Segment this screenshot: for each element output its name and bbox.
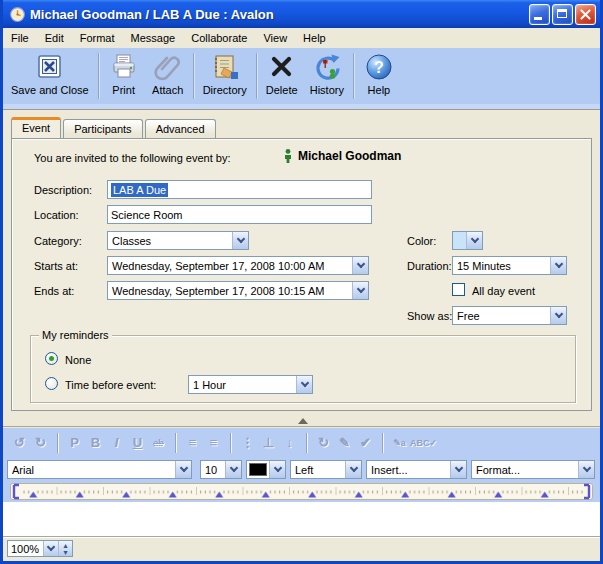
invited-by-label: You are invited to the following event b… bbox=[34, 152, 231, 164]
font-size-select[interactable]: 10 bbox=[200, 460, 242, 479]
chevron-down-icon bbox=[179, 464, 187, 472]
print-button[interactable]: Print bbox=[102, 50, 146, 102]
minimize-icon bbox=[534, 17, 542, 20]
reminder-time-select[interactable]: 1 Hour bbox=[188, 375, 313, 394]
spinner-down-icon: ▾ bbox=[63, 549, 67, 556]
app-window: Michael Goodman / LAB A Due : Avalon Fil… bbox=[0, 0, 603, 564]
font-family-select[interactable]: Arial bbox=[7, 460, 192, 479]
revert-icon: ↻ bbox=[313, 435, 334, 450]
insert-select[interactable]: Insert... bbox=[366, 460, 467, 479]
toolbar-button-label: Directory bbox=[203, 84, 247, 96]
dropdown-button[interactable] bbox=[550, 257, 566, 274]
help-icon: ? bbox=[363, 51, 395, 83]
ruler[interactable] bbox=[10, 483, 593, 501]
show-as-select[interactable]: Free bbox=[452, 306, 567, 325]
close-button[interactable] bbox=[575, 4, 596, 25]
maximize-button[interactable] bbox=[552, 4, 573, 25]
directory-button[interactable]: Directory bbox=[197, 50, 253, 102]
zoom-control[interactable]: 100% ▴▾ bbox=[7, 540, 73, 557]
toolbar-button-label: Save and Close bbox=[11, 84, 89, 96]
reminder-none-radio[interactable] bbox=[45, 352, 58, 365]
reminder-time-radio[interactable] bbox=[45, 377, 58, 390]
chevron-down-icon bbox=[554, 310, 562, 318]
menu-file[interactable]: File bbox=[3, 30, 37, 46]
reminder-time-label: Time before event: bbox=[65, 379, 156, 391]
menu-view[interactable]: View bbox=[255, 30, 295, 46]
dropdown-button[interactable] bbox=[296, 376, 312, 393]
starts-at-select[interactable]: Wednesday, September 17, 2008 10:00 AM bbox=[107, 256, 369, 275]
starts-at-label: Starts at: bbox=[34, 260, 78, 272]
all-day-label: All day event bbox=[472, 285, 535, 297]
menu-message[interactable]: Message bbox=[123, 30, 184, 46]
outdent-icon: ≡ bbox=[203, 435, 224, 450]
category-select[interactable]: Classes bbox=[107, 231, 249, 250]
formatting-toolbar: ↺ ↻ P B I U ab ≡ ≡ ⋮ ⊥ ↓ ↻ ✎ ✔ ✎a ABC✓ bbox=[3, 428, 600, 457]
dropdown-button[interactable] bbox=[225, 461, 241, 478]
color-label: Color: bbox=[407, 235, 436, 247]
dropdown-button[interactable] bbox=[232, 232, 248, 249]
history-icon bbox=[311, 51, 343, 83]
tab-participants[interactable]: Participants bbox=[63, 119, 142, 138]
dropdown-button[interactable] bbox=[269, 461, 285, 478]
dropdown-button[interactable] bbox=[175, 461, 191, 478]
category-label: Category: bbox=[34, 235, 82, 247]
alignment-select[interactable]: Left bbox=[290, 460, 362, 479]
toolbar-separator bbox=[256, 53, 257, 99]
menu-edit[interactable]: Edit bbox=[37, 30, 72, 46]
move-down-icon: ↓ bbox=[279, 435, 300, 450]
dropdown-button[interactable] bbox=[550, 307, 566, 324]
dropdown-button[interactable] bbox=[352, 282, 368, 299]
delete-x-icon bbox=[266, 51, 298, 83]
toolbar-separator bbox=[57, 433, 58, 453]
person-icon bbox=[284, 149, 292, 163]
dropdown-button[interactable] bbox=[450, 461, 466, 478]
spellcheck-icon: ABC✓ bbox=[410, 438, 437, 448]
toolbar-separator bbox=[98, 53, 99, 99]
dropdown-button[interactable] bbox=[352, 257, 368, 274]
tab-strip: Event Participants Advanced bbox=[11, 117, 218, 138]
pane-splitter[interactable] bbox=[3, 415, 600, 427]
location-input[interactable]: Science Room bbox=[107, 205, 372, 224]
ends-at-select[interactable]: Wednesday, September 17, 2008 10:15 AM bbox=[107, 281, 369, 300]
dropdown-button[interactable] bbox=[345, 461, 361, 478]
font-toolbar: Arial 10 Left Insert... Format... bbox=[3, 457, 600, 482]
help-button[interactable]: ? Help bbox=[357, 50, 401, 102]
toolbar-separator bbox=[193, 53, 194, 99]
font-size-value: 10 bbox=[201, 461, 225, 478]
menu-bar: File Edit Format Message Collaborate Vie… bbox=[3, 28, 600, 48]
toolbar-button-label: Print bbox=[112, 84, 135, 96]
menu-collaborate[interactable]: Collaborate bbox=[183, 30, 255, 46]
all-day-checkbox[interactable] bbox=[452, 283, 465, 296]
message-body-editor[interactable] bbox=[3, 502, 600, 537]
main-toolbar: Save and Close Print A bbox=[3, 48, 600, 104]
duration-select[interactable]: 15 Minutes bbox=[452, 256, 567, 275]
color-swatch bbox=[453, 232, 466, 249]
menu-help[interactable]: Help bbox=[295, 30, 334, 46]
insert-value: Insert... bbox=[367, 461, 450, 478]
dropdown-button[interactable] bbox=[466, 232, 482, 249]
location-label: Location: bbox=[34, 209, 79, 221]
format-select[interactable]: Format... bbox=[471, 460, 595, 479]
font-color-select[interactable] bbox=[246, 460, 286, 479]
zoom-spinner[interactable]: ▴▾ bbox=[58, 541, 72, 556]
color-select[interactable] bbox=[452, 231, 483, 250]
dropdown-button[interactable] bbox=[578, 461, 594, 478]
tab-advanced[interactable]: Advanced bbox=[145, 119, 216, 138]
toolbar-button-label: History bbox=[310, 84, 344, 96]
tab-event[interactable]: Event bbox=[11, 117, 61, 138]
status-bar: 100% ▴▾ bbox=[3, 537, 600, 558]
format-value: Format... bbox=[472, 461, 578, 478]
attach-button[interactable]: Attach bbox=[146, 50, 190, 102]
print-icon bbox=[108, 51, 140, 83]
description-input[interactable]: LAB A Due bbox=[107, 180, 372, 199]
event-tab-panel: You are invited to the following event b… bbox=[11, 138, 592, 411]
undo-icon: ↺ bbox=[9, 435, 30, 450]
delete-button[interactable]: Delete bbox=[260, 50, 304, 102]
indent-icon: ≡ bbox=[182, 435, 203, 450]
save-and-close-button[interactable]: Save and Close bbox=[5, 50, 95, 102]
history-button[interactable]: History bbox=[304, 50, 350, 102]
menu-format[interactable]: Format bbox=[72, 30, 123, 46]
chevron-down-icon bbox=[470, 235, 478, 243]
zoom-dropdown-button[interactable] bbox=[43, 541, 58, 556]
minimize-button[interactable] bbox=[529, 4, 550, 25]
